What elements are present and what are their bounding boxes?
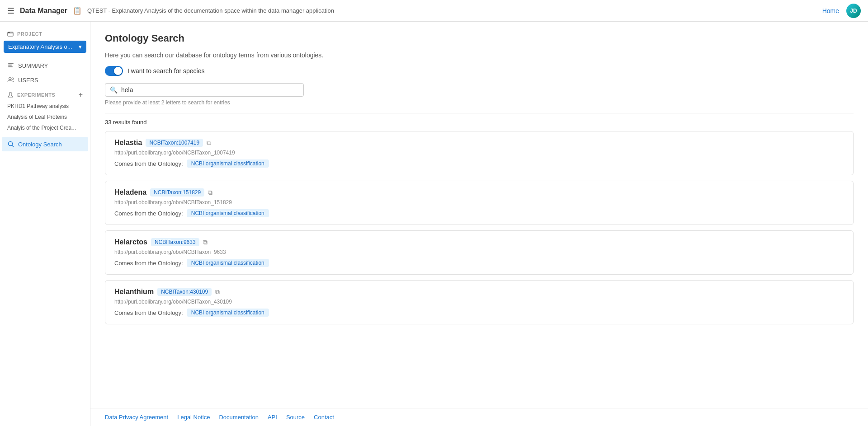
experiments-section-header: EXPERIMENTS + [0,87,90,101]
result-card-header: Helarctos NCBITaxon:9633 ⧉ [114,238,844,246]
search-box[interactable]: 🔍 [105,83,304,97]
topbar-left: ☰ Data Manager 📋 QTEST - Explanatory Ana… [7,6,334,16]
sidebar-item-pkhd1[interactable]: PKHD1 Pathway analysis [4,101,86,112]
result-url: http://purl.obolibrary.org/obo/NCBITaxon… [114,249,844,255]
species-toggle[interactable] [105,66,123,76]
result-url: http://purl.obolibrary.org/obo/NCBITaxon… [114,299,844,305]
topbar-right: Home JD [822,4,861,18]
footer: Data Privacy AgreementLegal NoticeDocume… [90,408,868,426]
hamburger-icon[interactable]: ☰ [7,6,14,16]
project-section-label: PROJECT [0,27,90,39]
search-icon: 🔍 [110,86,118,94]
footer-link[interactable]: Documentation [219,414,258,421]
users-icon [7,76,14,84]
copy-icon[interactable]: ⧉ [207,139,211,147]
svg-point-5 [12,78,14,80]
result-ontology-row: Comes from the Ontology: NCBI organismal… [114,309,844,317]
result-card-header: Heladena NCBITaxon:151829 ⧉ [114,188,844,197]
result-url: http://purl.obolibrary.org/obo/NCBITaxon… [114,199,844,206]
ontology-badge: NCBI organismal classification [187,259,269,267]
result-card: Heladena NCBITaxon:151829 ⧉ http://purl.… [105,181,854,225]
main-layout: PROJECT Explanatory Analysis o... ▾ SUMM… [0,22,868,426]
copy-icon[interactable]: ⧉ [203,239,208,246]
sidebar-item-summary[interactable]: SUMMARY [0,58,90,73]
ontology-comes-from-label: Comes from the Ontology: [114,210,183,217]
content-scroll: Ontology Search Here you can search our … [90,22,868,408]
result-card-header: Helastia NCBITaxon:1007419 ⧉ [114,139,844,147]
result-name: Heladena [114,188,146,197]
result-name: Helastia [114,139,142,147]
footer-link[interactable]: Legal Notice [177,414,210,421]
footer-link[interactable]: Contact [314,414,334,421]
breadcrumb-icon: 📋 [73,6,82,15]
footer-link[interactable]: API [268,414,277,421]
content-area: Ontology Search Here you can search our … [90,22,868,341]
search-hint: Please provide at least 2 letters to sea… [105,99,854,106]
toggle-row: I want to search for species [105,66,854,76]
experiments-icon [7,92,14,98]
experiments-list: PKHD1 Pathway analysis Analysis of Leaf … [0,101,90,133]
result-badge: NCBITaxon:9633 [151,238,199,246]
footer-link[interactable]: Data Privacy Agreement [105,414,168,421]
summary-label: SUMMARY [18,62,48,69]
svg-rect-3 [8,66,13,67]
result-url: http://purl.obolibrary.org/obo/NCBITaxon… [114,150,844,156]
chevron-down-icon: ▾ [79,43,82,50]
ontology-comes-from-label: Comes from the Ontology: [114,160,183,167]
result-name: Helanthium [114,288,154,296]
result-card-header: Helanthium NCBITaxon:430109 ⧉ [114,288,844,296]
sidebar-item-project-crea[interactable]: Analyis of the Project Crea... [4,122,86,133]
result-card: Helanthium NCBITaxon:430109 ⧉ http://pur… [105,280,854,324]
ontology-badge: NCBI organismal classification [187,309,269,317]
users-label: USERS [18,77,38,84]
result-badge: NCBITaxon:151829 [150,188,204,197]
home-link[interactable]: Home [822,7,839,14]
results-count: 33 results found [105,119,854,126]
divider [105,113,854,113]
svg-rect-2 [8,65,12,66]
toggle-label: I want to search for species [127,67,204,75]
search-nav-icon [7,140,14,148]
ontology-comes-from-label: Comes from the Ontology: [114,309,183,316]
app-title: Data Manager [20,7,67,15]
ontology-badge: NCBI organismal classification [187,159,269,168]
copy-icon[interactable]: ⧉ [215,288,220,296]
footer-link[interactable]: Source [286,414,305,421]
sidebar-item-ontology-search[interactable]: Ontology Search [2,137,88,151]
result-badge: NCBITaxon:1007419 [146,139,203,147]
result-card: Helastia NCBITaxon:1007419 ⧉ http://purl… [105,131,854,175]
sidebar-item-leaf-proteins[interactable]: Analysis of Leaf Proteins [4,112,86,122]
page-description: Here you can search our database for ont… [105,51,854,59]
result-ontology-row: Comes from the Ontology: NCBI organismal… [114,159,844,168]
result-name: Helarctos [114,238,147,246]
svg-rect-1 [8,63,14,64]
content-outer: Ontology Search Here you can search our … [90,22,868,426]
copy-icon[interactable]: ⧉ [208,189,212,197]
ontology-comes-from-label: Comes from the Ontology: [114,260,183,267]
result-badge: NCBITaxon:430109 [157,288,212,296]
result-ontology-row: Comes from the Ontology: NCBI organismal… [114,259,844,267]
topbar: ☰ Data Manager 📋 QTEST - Explanatory Ana… [0,0,868,22]
avatar[interactable]: JD [846,4,861,18]
result-card: Helarctos NCBITaxon:9633 ⧉ http://purl.o… [105,230,854,275]
results-list: Helastia NCBITaxon:1007419 ⧉ http://purl… [105,131,854,324]
folder-icon [7,31,14,37]
breadcrumb-text: QTEST - Explanatory Analysis of the docu… [87,7,334,14]
svg-point-4 [9,78,11,80]
add-experiment-icon[interactable]: + [79,91,83,99]
sidebar-item-users[interactable]: USERS [0,73,90,87]
page-title: Ontology Search [105,33,854,44]
search-input[interactable] [121,86,299,94]
ontology-search-label: Ontology Search [18,141,62,148]
ontology-badge: NCBI organismal classification [187,209,269,217]
project-dropdown[interactable]: Explanatory Analysis o... ▾ [4,41,86,53]
result-ontology-row: Comes from the Ontology: NCBI organismal… [114,209,844,217]
summary-icon [7,62,14,69]
sidebar: PROJECT Explanatory Analysis o... ▾ SUMM… [0,22,90,426]
